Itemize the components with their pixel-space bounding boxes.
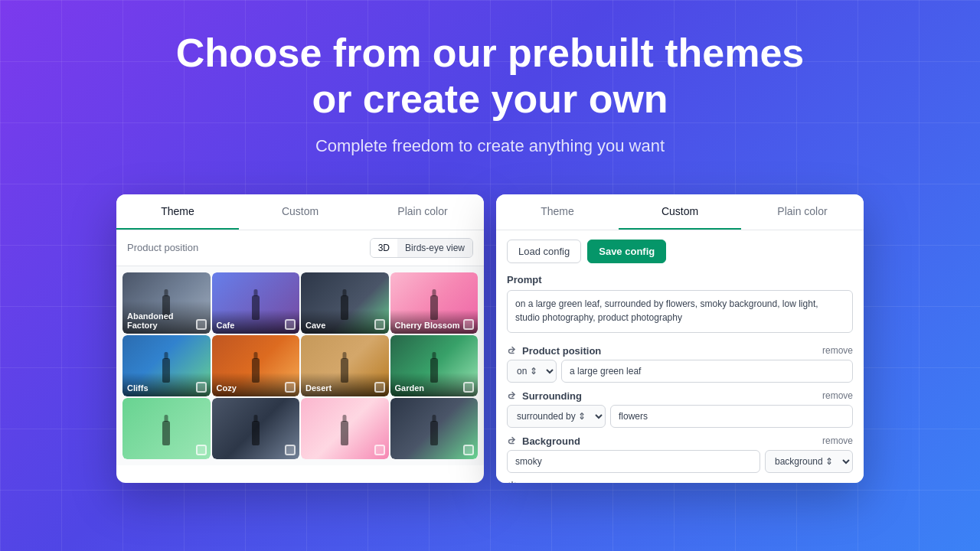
tab-plain-color-left[interactable]: Plain color — [361, 194, 484, 230]
product-position-row: Product position remove — [507, 345, 853, 357]
gear-icon — [507, 481, 518, 483]
tab-plain-color-right[interactable]: Plain color — [741, 194, 864, 230]
tab-theme-left[interactable]: Theme — [116, 194, 239, 230]
background-value-input[interactable] — [507, 450, 760, 473]
theme-card-checkbox[interactable] — [374, 445, 385, 455]
theme-card-row3d[interactable] — [390, 398, 479, 459]
theme-card-checkbox[interactable] — [196, 445, 207, 455]
position-label: Product position — [127, 242, 198, 253]
hero-section: Choose from our prebuilt themes or creat… — [0, 0, 980, 194]
config-buttons: Load config Save config — [507, 240, 853, 263]
theme-card-cherry[interactable]: Cherry Blossom — [390, 272, 479, 334]
btn-3d[interactable]: 3D — [371, 239, 397, 257]
view-toggle: 3D Birds-eye view — [370, 238, 473, 258]
theme-card-checkbox[interactable] — [196, 382, 207, 393]
surrounding-row: Surrounding remove — [507, 390, 853, 402]
theme-card-checkbox[interactable] — [463, 445, 474, 455]
tab-custom-right[interactable]: Custom — [619, 194, 741, 230]
save-config-button[interactable]: Save config — [587, 240, 666, 263]
panel-toolbar: Product position 3D Birds-eye view — [116, 230, 484, 266]
load-config-button[interactable]: Load config — [507, 240, 581, 263]
surrounding-remove[interactable]: remove — [822, 390, 853, 401]
theme-card-checkbox[interactable] — [463, 382, 474, 393]
tab-custom-left[interactable]: Custom — [239, 194, 361, 230]
left-tabs: Theme Custom Plain color — [116, 194, 484, 230]
surrounding-label: Surrounding — [507, 390, 582, 402]
theme-card-checkbox[interactable] — [285, 382, 296, 393]
background-type-select[interactable]: background ⇕ — [765, 450, 853, 473]
theme-card-row3c[interactable] — [301, 398, 389, 459]
product-position-input[interactable] — [561, 360, 853, 383]
hero-subtitle: Complete freedom to create anything you … — [15, 136, 965, 156]
theme-card-desert[interactable]: Desert — [301, 335, 389, 396]
background-row: Background remove — [507, 435, 853, 447]
theme-card-checkbox[interactable] — [374, 382, 385, 393]
theme-grid: Abandoned Factory Cafe Cave — [116, 266, 484, 465]
panels-container: Theme Custom Plain color Product positio… — [0, 194, 980, 483]
right-panel: Theme Custom Plain color Load config Sav… — [496, 194, 864, 483]
background-inputs: background ⇕ — [507, 450, 853, 473]
theme-card-cliffs[interactable]: Cliffs — [122, 335, 211, 396]
left-panel: Theme Custom Plain color Product positio… — [116, 194, 484, 483]
recycle-icon — [507, 345, 518, 356]
surrounding-inputs: surrounded by ⇕ — [507, 405, 853, 428]
theme-card-checkbox[interactable] — [285, 319, 296, 330]
background-label: Background — [507, 435, 580, 447]
surrounding-input[interactable] — [610, 405, 853, 428]
theme-card-cave[interactable]: Cave — [301, 272, 389, 334]
recycle-icon-2 — [507, 390, 518, 401]
recycle-icon-3 — [507, 435, 518, 446]
theme-card-cafe[interactable]: Cafe — [212, 272, 300, 334]
right-panel-body: Load config Save config Prompt on a larg… — [496, 230, 864, 483]
theme-card-cozy[interactable]: Cozy — [212, 335, 300, 396]
theme-card-row3b[interactable] — [212, 398, 300, 459]
product-position-select[interactable]: on ⇕ — [507, 360, 557, 383]
theme-card-checkbox[interactable] — [196, 319, 207, 330]
theme-card-checkbox[interactable] — [285, 445, 296, 455]
theme-card-abandoned[interactable]: Abandoned Factory — [122, 272, 211, 334]
prompt-label: Prompt — [507, 274, 853, 285]
hero-title: Choose from our prebuilt themes or creat… — [145, 31, 835, 122]
tab-theme-right[interactable]: Theme — [496, 194, 619, 230]
theme-card-checkbox[interactable] — [374, 319, 385, 330]
right-tabs: Theme Custom Plain color — [496, 194, 864, 230]
theme-card-row3a[interactable] — [122, 398, 211, 459]
custom-remove[interactable]: remove — [822, 481, 853, 483]
product-position-remove[interactable]: remove — [822, 345, 853, 356]
prompt-textarea[interactable]: on a large green leaf, surrounded by flo… — [507, 290, 853, 333]
theme-card-checkbox[interactable] — [463, 319, 474, 330]
product-position-label: Product position — [507, 345, 601, 357]
theme-card-garden[interactable]: Garden — [390, 335, 479, 396]
surrounding-select[interactable]: surrounded by ⇕ — [507, 405, 606, 428]
background-remove[interactable]: remove — [822, 435, 853, 446]
custom-row: Custom remove — [507, 481, 853, 483]
custom-label: Custom — [507, 481, 559, 483]
product-position-inputs: on ⇕ — [507, 360, 853, 383]
btn-birds-eye[interactable]: Birds-eye view — [397, 239, 472, 257]
